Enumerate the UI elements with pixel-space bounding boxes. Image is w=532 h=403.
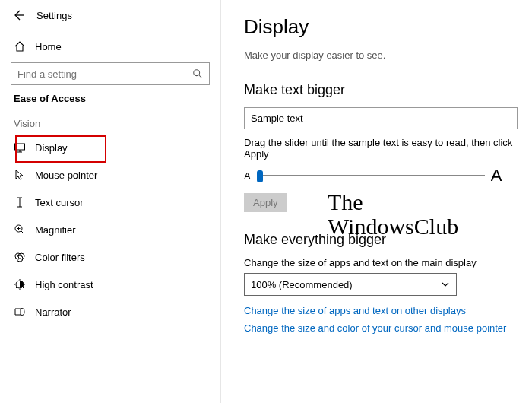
sidebar-item-narrator[interactable]: Narrator	[11, 298, 210, 325]
text-size-slider[interactable]	[257, 169, 485, 182]
sidebar-item-mouse[interactable]: Mouse pointer	[11, 161, 210, 189]
sidebar-item-label: Display	[35, 142, 68, 154]
section-text-bigger: Make text bigger	[244, 82, 524, 98]
page-subtitle: Make your display easier to see.	[244, 49, 524, 61]
monitor-icon	[14, 141, 26, 154]
text-cursor-icon	[14, 196, 26, 208]
vision-group-label: Vision	[14, 118, 210, 129]
link-cursor-pointer[interactable]: Change the size and color of your cursor…	[244, 322, 524, 334]
chevron-down-icon	[441, 280, 450, 289]
sidebar-item-textcursor[interactable]: Text cursor	[11, 189, 210, 216]
color-filters-icon	[14, 251, 26, 263]
sample-text-box: Sample text	[244, 107, 518, 129]
sidebar-item-label: Mouse pointer	[35, 170, 97, 181]
sidebar-item-label: High contrast	[35, 279, 93, 290]
sidebar-item-display[interactable]: Display	[11, 134, 210, 161]
sidebar-item-magnifier[interactable]: Magnifier	[11, 216, 210, 243]
slider-hint: Drag the slider until the sample text is…	[244, 137, 524, 160]
page-title: Display	[244, 15, 524, 39]
back-button[interactable]	[11, 8, 26, 23]
home-icon	[14, 40, 26, 52]
small-a-label: A	[244, 170, 251, 182]
settings-title: Settings	[36, 10, 72, 21]
high-contrast-icon	[14, 278, 26, 290]
sidebar-item-colorfilters[interactable]: Color filters	[11, 243, 210, 271]
sidebar-item-label: Magnifier	[35, 224, 75, 236]
scale-description: Change the size of apps and text on the …	[244, 257, 524, 268]
mouse-pointer-icon	[14, 169, 26, 181]
sidebar-item-label: Color filters	[35, 252, 85, 263]
sidebar-item-label: Narrator	[35, 306, 71, 318]
narrator-icon	[14, 306, 26, 318]
search-box[interactable]	[11, 62, 210, 85]
scale-dropdown[interactable]: 100% (Recommended)	[244, 273, 457, 296]
sidebar-item-label: Text cursor	[35, 197, 84, 208]
svg-point-0	[194, 70, 200, 76]
dropdown-value: 100% (Recommended)	[251, 279, 353, 290]
search-icon	[192, 68, 203, 79]
big-a-label: A	[491, 166, 502, 186]
magnifier-icon	[14, 224, 26, 236]
home-label: Home	[35, 41, 62, 52]
sidebar-item-highcontrast[interactable]: High contrast	[11, 271, 210, 298]
category-heading: Ease of Access	[14, 93, 210, 104]
watermark: TheWindowsClub	[328, 190, 458, 238]
search-input[interactable]	[17, 68, 192, 80]
link-other-displays[interactable]: Change the size of apps and text on othe…	[244, 305, 524, 316]
home-nav[interactable]: Home	[11, 35, 210, 58]
slider-thumb[interactable]	[257, 170, 263, 182]
apply-button[interactable]: Apply	[244, 193, 287, 212]
section-everything-bigger: Make everything bigger	[244, 232, 524, 248]
svg-rect-1	[15, 144, 25, 150]
